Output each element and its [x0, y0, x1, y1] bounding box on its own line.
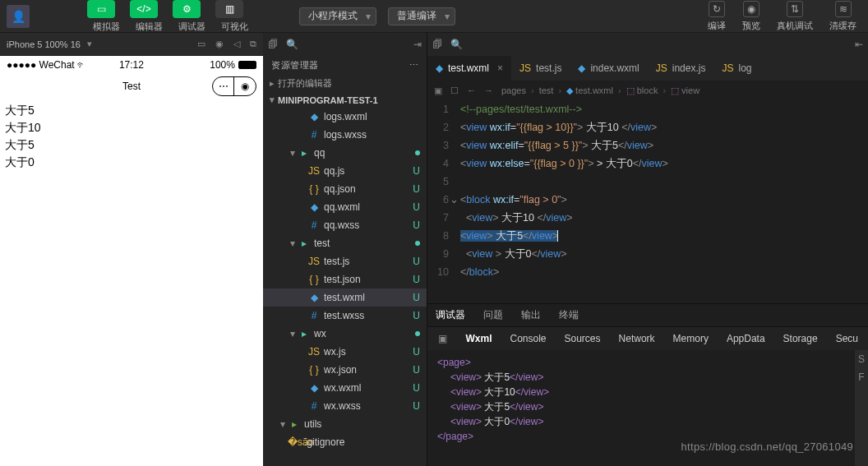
code-line[interactable]: 8<view> 大于5</view> [431, 227, 868, 245]
breadcrumb[interactable]: pages›test›◆ test.wxml›⬚ block›⬚ view [501, 85, 699, 96]
explorer-more-icon[interactable]: ⋯ [409, 60, 419, 71]
wxml-node[interactable]: <view> 大于5</view> [437, 370, 845, 385]
remote-debug-button[interactable]: ⇅ [787, 1, 803, 17]
panel-tab-输出[interactable]: 输出 [521, 308, 541, 322]
devtool-tab-storage[interactable]: Storage [783, 333, 818, 344]
code-line[interactable]: 4<view wx:else="{{flag > 0 }}"> > 大于0</v… [431, 155, 868, 173]
page-line: 大于0 [5, 154, 258, 171]
tab-index-wxml[interactable]: ◆index.wxml [570, 56, 647, 81]
file-test-js[interactable]: JStest.jsU [263, 252, 427, 270]
devtool-tab-network[interactable]: Network [619, 333, 655, 344]
code-area[interactable]: 1<!--pages/test/test.wxml-->2<view wx:if… [427, 100, 868, 303]
file-label: qq.wxss [324, 219, 359, 231]
editor-files-icon[interactable]: 🗐 [432, 39, 442, 50]
breadcrumb-item[interactable]: test [539, 85, 554, 95]
file-wx-wxss[interactable]: #wx.wxssU [263, 397, 427, 415]
file-test-wxss[interactable]: #test.wxssU [263, 307, 427, 325]
panel-tab-问题[interactable]: 问题 [483, 308, 503, 322]
compile-button[interactable]: ↻ [709, 1, 725, 17]
folder-qq[interactable]: ▸qq [263, 144, 427, 162]
editor-button[interactable]: </> [130, 0, 158, 18]
file-test-json[interactable]: { }test.jsonU [263, 270, 427, 288]
clear-cache-button[interactable]: ≋ [835, 1, 852, 17]
folder-wx[interactable]: ▸wx [263, 325, 427, 343]
device-select[interactable]: iPhone 5 100% 16▾ [7, 39, 92, 49]
code-line[interactable]: 1<!--pages/test/test.wxml--> [431, 100, 868, 118]
editor-search-icon[interactable]: 🔍 [450, 39, 463, 50]
preview-button[interactable]: ◉ [743, 1, 760, 17]
debugger-button[interactable]: ⚙ [173, 0, 201, 18]
sim-phone-icon[interactable]: ▭ [197, 39, 205, 49]
project-root[interactable]: MINIPROGRAM-TEST-1 [263, 92, 427, 108]
wxml-node[interactable]: <view> 大于0</view> [437, 414, 845, 429]
breadcrumb-item[interactable]: ◆ test.wxml [566, 85, 613, 96]
breadcrumb-item[interactable]: ⬚ view [671, 85, 699, 96]
file-wx-js[interactable]: JSwx.jsU [263, 343, 427, 361]
devtool-tab-wxml[interactable]: Wxml [465, 333, 492, 344]
tab-test-wxml[interactable]: ◆test.wxml× [427, 56, 511, 81]
file-wx-json[interactable]: { }wx.jsonU [263, 361, 427, 379]
file-qq-json[interactable]: { }qq.jsonU [263, 180, 427, 198]
editor-button-label: 编辑器 [136, 21, 163, 33]
panel-tab-终端[interactable]: 终端 [559, 308, 579, 322]
breadcrumb-item[interactable]: pages [501, 85, 526, 95]
tab-index-js[interactable]: JSindex.js [648, 56, 714, 81]
code-line[interactable]: 10</block> [431, 263, 868, 281]
inspect-element-icon[interactable]: ▣ [437, 333, 447, 344]
json-icon: { } [307, 364, 321, 376]
sim-mute-icon[interactable]: ◁ [233, 39, 240, 49]
visualize-button[interactable]: ▥ [215, 0, 243, 18]
file-label: test [314, 238, 330, 249]
panel-tab-调试器[interactable]: 调试器 [436, 308, 465, 322]
user-avatar[interactable]: 👤 [7, 5, 30, 28]
wxml-node[interactable]: <view> 大于10</view> [437, 385, 845, 399]
mode-select[interactable]: 小程序模式 [299, 7, 376, 25]
files-icon[interactable]: 🗐 [268, 39, 278, 50]
side-tab-S[interactable]: S [855, 350, 868, 368]
file-logs-wxss[interactable]: #logs.wxss [263, 126, 427, 144]
nav-back-icon[interactable]: ← [467, 85, 476, 95]
open-editors-section[interactable]: 打开的编辑器 [263, 75, 427, 92]
file-test-wxml[interactable]: ◆test.wxmlU [263, 288, 427, 307]
devtool-tab-sources[interactable]: Sources [565, 333, 601, 344]
file-gitignore[interactable]: �são.gitignore [263, 433, 427, 451]
breadcrumb-item[interactable]: ⬚ block [626, 85, 658, 96]
code-line[interactable]: 7 <view> 大于10 </view> [431, 209, 868, 227]
capsule-close-icon[interactable]: ◉ [234, 77, 256, 95]
explorer-flyout-icon[interactable]: ⇥ [413, 39, 422, 50]
file-qq-wxml[interactable]: ◆qq.wxmlU [263, 198, 427, 216]
wxml-node[interactable]: <view> 大于5</view> [437, 399, 845, 414]
devtool-tab-appdata[interactable]: AppData [727, 333, 765, 344]
close-icon[interactable]: × [497, 62, 503, 74]
nav-fwd-icon[interactable]: → [484, 85, 493, 95]
devtool-tab-secu[interactable]: Secu [836, 333, 858, 344]
select-element-icon[interactable]: ▣ [434, 85, 442, 96]
wxml-node[interactable]: <page> [437, 355, 845, 370]
tab-log[interactable]: JSlog [713, 56, 760, 81]
folder-utils[interactable]: ▸utils [263, 415, 427, 433]
devtool-tab-console[interactable]: Console [510, 333, 546, 344]
file-qq-js[interactable]: JSqq.jsU [263, 162, 427, 180]
devtool-tab-memory[interactable]: Memory [673, 333, 709, 344]
folder-test[interactable]: ▸test [263, 234, 427, 252]
sim-record-icon[interactable]: ◉ [215, 39, 224, 49]
capsule-menu-icon[interactable]: ⋯ [213, 77, 234, 95]
editor-flyout-icon[interactable]: ⇤ [855, 39, 863, 50]
panel-side-tabs: SF [855, 350, 868, 466]
wxml-icon: ◆ [307, 201, 321, 213]
simulator-button[interactable]: ▭ [87, 0, 115, 18]
search-icon[interactable]: 🔍 [286, 39, 298, 50]
code-line[interactable]: 5 [431, 173, 868, 191]
side-tab-F[interactable]: F [855, 368, 868, 386]
code-line[interactable]: 9 <view > 大于0</view> [431, 245, 868, 263]
bookmark-icon[interactable]: ☐ [450, 85, 459, 96]
file-logs-wxml[interactable]: ◆logs.wxml [263, 108, 427, 126]
code-line[interactable]: 3<view wx:elif="{{flag > 5 }}"> 大于5</vie… [431, 136, 868, 155]
sim-split-icon[interactable]: ⧉ [250, 39, 256, 49]
code-line[interactable]: 2<view wx:if="{{flag > 10}}"> 大于10 </vie… [431, 118, 868, 136]
tab-test-js[interactable]: JStest.js [511, 56, 570, 81]
code-line[interactable]: ⌄6<block wx:if="flag > 0"> [431, 191, 868, 209]
file-qq-wxss[interactable]: #qq.wxssU [263, 216, 427, 234]
compile-select[interactable]: 普通编译 [388, 7, 455, 25]
file-wx-wxml[interactable]: ◆wx.wxmlU [263, 379, 427, 397]
